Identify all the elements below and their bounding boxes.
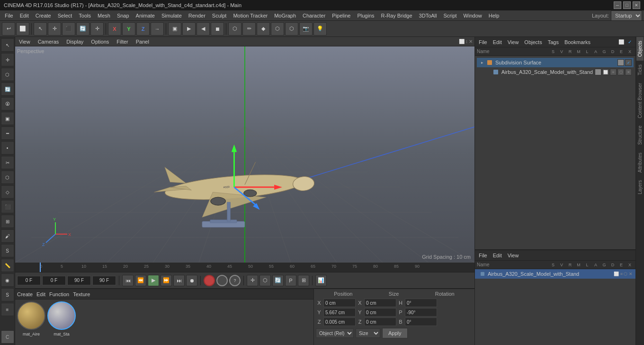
scale-gizmo[interactable]: ⬡ (259, 275, 271, 286)
play-button[interactable]: ▶ (148, 275, 159, 286)
menu-motion-tracker[interactable]: Motion Tracker (230, 12, 270, 19)
coord-size-select[interactable]: Size Scale (356, 328, 380, 338)
tab-objects[interactable]: Objects (636, 37, 644, 61)
rp-menu-file[interactable]: File (477, 39, 489, 45)
airbus-ctrl-5[interactable]: ✕ (625, 69, 632, 75)
position-gizmo[interactable]: P (285, 275, 296, 286)
material-ball-aire[interactable] (17, 301, 45, 330)
spline-button[interactable]: ✏ (242, 22, 256, 36)
goto-start-button[interactable]: ⏮ (122, 275, 134, 286)
material-menu-edit[interactable]: Edit (36, 291, 45, 297)
attr-item-airbus[interactable]: Airbus_A320_Scale_Model_with_Stand ⬜ ≡ ⬡… (475, 269, 635, 279)
airbus-ctrl-4[interactable]: ⬡ (617, 69, 624, 75)
coord-pos-x[interactable] (323, 299, 356, 307)
rp-menu-bookmarks[interactable]: Bookmarks (563, 39, 592, 45)
all-gizmo[interactable]: ⊞ (298, 275, 309, 286)
render-region-button[interactable]: ⬜ (16, 22, 29, 36)
minimize-button[interactable]: ─ (614, 1, 621, 9)
coord-space-select[interactable]: Object (Rel) World (316, 328, 354, 338)
menu-plugins[interactable]: Plugins (354, 12, 377, 19)
tool-knife[interactable]: ✂ (1, 156, 14, 169)
tool-snap-tool[interactable]: S (1, 288, 14, 301)
material-ball-sta[interactable] (47, 301, 76, 330)
rp-menu-objects[interactable]: Objects (522, 39, 544, 45)
menu-mograph[interactable]: MoGraph (271, 12, 299, 19)
menu-mesh[interactable]: Mesh (95, 12, 113, 19)
transform-button[interactable]: ✛ (90, 22, 104, 36)
menu-select[interactable]: Select (55, 12, 75, 19)
menu-edit[interactable]: Edit (17, 12, 32, 19)
viewport-menu-display[interactable]: Display (64, 39, 85, 45)
deformer-button[interactable]: ⬡ (271, 22, 284, 36)
record-button[interactable]: ⏺ (186, 275, 197, 286)
tool-paint[interactable]: 🖌 (1, 229, 14, 243)
z-axis-button[interactable]: Z (136, 22, 150, 36)
rpb-menu-file[interactable]: File (477, 253, 489, 258)
tool-move[interactable]: ✛ (1, 53, 14, 66)
object-item-subdiv[interactable]: ▸ Subdivision Surface ✓ (477, 58, 634, 67)
rp-menu-view[interactable]: View (506, 39, 521, 45)
rp-menu-edit[interactable]: Edit (491, 39, 504, 45)
airbus-ctrl-1[interactable] (595, 69, 601, 75)
keyframe-record[interactable] (204, 275, 215, 286)
material-menu-function[interactable]: Function (49, 291, 69, 297)
menu-file[interactable]: File (2, 12, 16, 19)
move-tool-button[interactable]: ✛ (48, 22, 61, 36)
goto-end-button[interactable]: ⏭ (173, 275, 185, 286)
keyframe-stop[interactable] (216, 275, 228, 286)
tab-attributes[interactable]: Attributes (636, 149, 644, 176)
airbus-ctrl-3[interactable]: ≡ (610, 69, 617, 75)
tool-point[interactable]: • (1, 141, 14, 154)
tool-spline-draw[interactable]: S (1, 244, 14, 257)
coord-pos-z[interactable] (323, 318, 356, 326)
tab-ticks[interactable]: Ticks (636, 61, 644, 79)
rotate-gizmo[interactable]: 🔄 (272, 275, 284, 286)
subdiv-expand-icon[interactable]: ▸ (479, 59, 485, 66)
timeline-ruler[interactable]: 0 5 10 15 20 25 30 35 40 45 50 55 60 65 … (15, 263, 474, 272)
tool-layers[interactable]: ≡ (1, 303, 14, 316)
viewport-menu-options[interactable]: Options (89, 39, 111, 45)
menu-rray[interactable]: R-Ray Bridge (378, 12, 415, 19)
tool-record[interactable]: ◉ (1, 273, 14, 287)
viewport-menu-view[interactable]: View (17, 39, 32, 45)
viewport-icon-1[interactable]: ⬜ (459, 39, 465, 44)
coord-pos-y[interactable] (323, 308, 356, 317)
tool-subdivide[interactable]: ⊞ (1, 215, 14, 228)
tool-camera-nav[interactable]: ⦿ (1, 97, 14, 110)
tab-content-browser[interactable]: Content Browser (636, 79, 644, 122)
tool-select[interactable]: ↖ (1, 38, 14, 52)
menu-help[interactable]: Help (486, 12, 502, 19)
tool-extrude[interactable]: ⬡ (1, 171, 14, 184)
menu-tools[interactable]: Tools (76, 12, 94, 19)
y-axis-button[interactable]: Y (122, 22, 135, 36)
coord-rot-h[interactable] (405, 299, 437, 307)
tool-scale[interactable]: ⬡ (1, 68, 14, 81)
timeline-playhead[interactable] (40, 263, 41, 272)
end-frame-input2[interactable] (92, 276, 116, 285)
select-tool-button[interactable]: ↖ (34, 22, 47, 36)
tool-bevel[interactable]: ◇ (1, 185, 14, 199)
layout-dropdown[interactable]: Startup (611, 10, 642, 21)
material-menu-create[interactable]: Create (17, 291, 33, 297)
viewport-menu-cameras[interactable]: Cameras (36, 39, 61, 45)
rp-menu-tags[interactable]: Tags (546, 39, 561, 45)
prev-frame-button[interactable]: ⏪ (135, 275, 146, 286)
rpb-menu-edit[interactable]: Edit (491, 253, 504, 258)
tab-structure[interactable]: Structure (636, 122, 644, 149)
scale-tool-button[interactable]: ⬛ (62, 22, 75, 36)
menu-script[interactable]: Script (440, 12, 459, 19)
menu-snap[interactable]: Snap (114, 12, 132, 19)
coord-rot-p[interactable] (405, 308, 437, 317)
menu-animate[interactable]: Animate (133, 12, 158, 19)
viewport-icon-2[interactable]: ↕ (465, 39, 468, 44)
tool-rotate[interactable]: 🔄 (1, 82, 14, 96)
x-axis-button[interactable]: X (108, 22, 121, 36)
material-menu-texture[interactable]: Texture (73, 291, 90, 297)
tool-measure[interactable]: 📏 (1, 259, 14, 272)
coord-size-y[interactable] (364, 308, 396, 317)
object-item-airbus[interactable]: Airbus_A320_Scale_Model_with_Stand ⬜ ≡ ⬡… (477, 67, 634, 77)
tool-edge[interactable]: ━ (1, 127, 14, 140)
effector-button[interactable]: ⬡ (285, 22, 298, 36)
tool-poly[interactable]: ▣ (1, 112, 14, 125)
viewport-3d[interactable]: A320 Perspective Grid Spacing : 10 cm X … (15, 46, 474, 263)
